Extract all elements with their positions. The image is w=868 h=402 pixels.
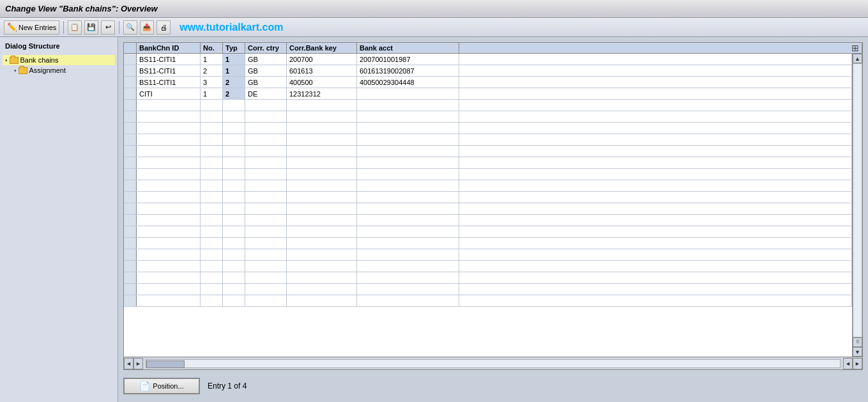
copy-icon: 📋 — [70, 23, 79, 31]
row-no-2: 2 — [201, 65, 223, 76]
row-typ-3: 2 — [223, 77, 245, 88]
row-corr-ctry-1: GB — [245, 54, 287, 65]
scroll-track-h[interactable] — [146, 359, 841, 368]
row-corr-ctry-4: DE — [245, 88, 287, 99]
col-header-corr-ctry: Corr. ctry — [245, 43, 287, 53]
row-bank-acct-4 — [357, 88, 459, 99]
position-label: Position... — [153, 382, 183, 390]
table-row — [124, 192, 852, 203]
table-row — [124, 111, 852, 123]
table-row — [124, 100, 852, 111]
nav-icon: 🔍 — [126, 23, 135, 31]
sidebar-item-bank-chains[interactable]: • Bank chains — [3, 55, 115, 65]
col-header-corr-bank-key: Corr.Bank key — [287, 43, 357, 53]
export-button[interactable]: 📤 — [140, 20, 154, 35]
scroll-right-small-button[interactable]: ► — [133, 358, 143, 369]
row-typ-1: 1 — [223, 54, 245, 65]
table-row — [124, 272, 852, 284]
table-row — [124, 203, 852, 215]
row-corr-bank-key-2: 601613 — [287, 65, 357, 76]
folder-icon-assignment — [19, 67, 27, 74]
toolbar: ✏️ New Entries 📋 💾 ↩ 🔍 📤 🖨 www.tutorialk… — [0, 18, 868, 37]
table-row[interactable]: BS11-CITI1 1 1 GB 200700 2007001001987 — [124, 54, 852, 65]
horizontal-scrollbar[interactable]: ◄ ► ◄ ► — [124, 357, 862, 369]
scroll-right2-button[interactable]: ► — [853, 358, 862, 369]
table-row — [124, 146, 852, 157]
sidebar-item-assignment[interactable]: • Assignment — [3, 65, 115, 75]
col-settings-button[interactable]: ⊞ — [848, 43, 862, 53]
vertical-scrollbar[interactable]: ▲ ⠿ ▼ — [852, 54, 862, 357]
row-filler-3 — [459, 77, 852, 88]
row-bankchn-2: BS11-CITI1 — [137, 65, 201, 76]
col-header-typ: Typ — [223, 43, 245, 53]
scroll-left-button[interactable]: ◄ — [124, 358, 133, 369]
row-no-1: 1 — [201, 54, 223, 65]
table-body: BS11-CITI1 1 1 GB 200700 2007001001987 B… — [124, 54, 862, 357]
bottom-bar: 📄 Position... Entry 1 of 4 — [123, 375, 863, 397]
row-corr-bank-key-3: 400500 — [287, 77, 357, 88]
row-corr-ctry-2: GB — [245, 65, 287, 76]
scroll-down-button[interactable]: ▼ — [853, 347, 862, 357]
bullet-2: • — [14, 67, 17, 74]
position-button[interactable]: 📄 Position... — [123, 378, 200, 394]
folder-icon-bank-chains — [10, 57, 19, 64]
col-header-no: No. — [201, 43, 223, 53]
row-corr-bank-key-4: 12312312 — [287, 88, 357, 99]
title-bar: Change View "Bank chains": Overview — [0, 0, 868, 18]
nav-button[interactable]: 🔍 — [123, 20, 137, 35]
scroll-left2-button[interactable]: ◄ — [843, 358, 853, 369]
row-typ-2: 1 — [223, 65, 245, 76]
undo-button[interactable]: ↩ — [101, 20, 115, 35]
row-sel-4 — [124, 88, 137, 99]
scroll-up-button[interactable]: ▲ — [853, 54, 862, 63]
sidebar-label-assignment: Assignment — [29, 66, 66, 74]
table-row — [124, 261, 852, 272]
new-entries-icon: ✏️ — [7, 22, 17, 32]
undo-icon: ↩ — [105, 23, 111, 31]
table-row[interactable]: BS11-CITI1 2 1 GB 601613 60161319002087 — [124, 65, 852, 77]
col-header-filler — [459, 43, 848, 53]
main-content: Dialog Structure • Bank chains • Assignm… — [0, 37, 868, 402]
table-row[interactable]: BS11-CITI1 3 2 GB 400500 40050029304448 — [124, 77, 852, 88]
table-header: BankChn ID No. Typ Corr. ctry Corr.Bank … — [124, 43, 862, 54]
row-bankchn-3: BS11-CITI1 — [137, 77, 201, 88]
row-corr-bank-key-1: 200700 — [287, 54, 357, 65]
save-button[interactable]: 💾 — [84, 20, 98, 35]
table-row — [124, 215, 852, 226]
row-sel-3 — [124, 77, 137, 88]
new-entries-label: New Entries — [19, 24, 56, 31]
col-header-bankchn-id: BankChn ID — [137, 43, 201, 53]
scroll-divider: ⠿ — [853, 337, 862, 347]
print-icon: 🖨 — [160, 24, 167, 31]
toolbar-separator-2 — [119, 21, 119, 34]
print-button[interactable]: 🖨 — [156, 20, 171, 35]
col-header-sel — [124, 43, 137, 53]
content-panel: BankChn ID No. Typ Corr. ctry Corr.Bank … — [118, 37, 868, 402]
export-icon: 📤 — [142, 23, 151, 31]
row-filler-1 — [459, 54, 852, 65]
row-corr-ctry-3: GB — [245, 77, 287, 88]
row-sel-1 — [124, 54, 137, 65]
table-row — [124, 295, 852, 307]
sidebar: Dialog Structure • Bank chains • Assignm… — [0, 37, 118, 402]
sidebar-title: Dialog Structure — [3, 41, 115, 51]
new-entries-button[interactable]: ✏️ New Entries — [4, 20, 59, 35]
scroll-thumb-h[interactable] — [146, 360, 185, 368]
col-header-bank-acct: Bank acct — [357, 43, 459, 53]
row-bank-acct-1: 2007001001987 — [357, 54, 459, 65]
row-bankchn-1: BS11-CITI1 — [137, 54, 201, 65]
table-row — [124, 226, 852, 238]
row-bankchn-4: CITI — [137, 88, 201, 99]
toolbar-separator-1 — [63, 21, 64, 34]
row-bank-acct-2: 60161319002087 — [357, 65, 459, 76]
table-row[interactable]: CITI 1 2 DE 12312312 — [124, 88, 852, 100]
bullet-1: • — [5, 57, 8, 64]
row-filler-4 — [459, 88, 852, 99]
page-title: Change View "Bank chains": Overview — [5, 4, 158, 13]
scroll-track-v[interactable] — [853, 63, 862, 337]
copy-button[interactable]: 📋 — [68, 20, 82, 35]
table-row — [124, 169, 852, 180]
table-row — [124, 157, 852, 169]
scroll-track-h-container — [143, 359, 843, 368]
table-rows: BS11-CITI1 1 1 GB 200700 2007001001987 B… — [124, 54, 852, 357]
